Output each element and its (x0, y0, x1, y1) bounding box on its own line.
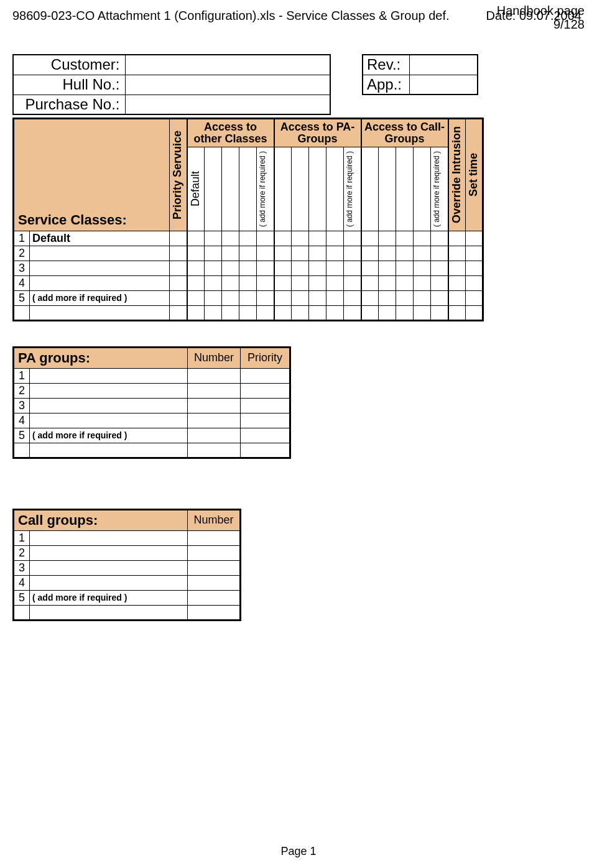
pa-groups-table: PA groups: Number Priority 1 2 3 4 5( ad… (12, 346, 585, 459)
table-row: 4 (14, 275, 483, 290)
rev-value[interactable] (409, 55, 478, 75)
call-groups-table: Call groups: Number 1 2 3 4 5( add more … (12, 509, 585, 621)
table-row: 4 (14, 413, 290, 428)
file-name: 98609-023-CO Attachment 1 (Configuration… (12, 9, 450, 23)
handbook-badge: Handbook page 9/128 (497, 4, 585, 31)
col-override-intrusion: Override Intrusion (449, 122, 465, 227)
table-row: 5 ( add more if required ) (14, 290, 483, 305)
page-footer: Page 1 (0, 845, 597, 858)
rev-box: Rev.: App.: (362, 54, 478, 95)
customer-value[interactable] (125, 55, 330, 75)
table-row: 3 (14, 398, 290, 413)
col-access-pa: Access to PA-Groups (274, 119, 361, 147)
table-row: 5( add more if required ) (14, 428, 290, 443)
table-row: 2 (14, 545, 241, 560)
table-row: 5( add more if required ) (14, 590, 241, 605)
rev-label: Rev.: (363, 55, 409, 75)
sub-addmore-2: ( add more if required ) (344, 147, 355, 231)
sub-addmore-3: ( add more if required ) (431, 147, 442, 231)
table-row (14, 605, 241, 620)
table-row (14, 305, 483, 320)
app-value[interactable] (409, 75, 478, 95)
col-priority-service: Priority Servuice (170, 127, 185, 223)
service-classes-table: Service Classes: Priority Servuice Acces… (12, 118, 585, 321)
table-row: 4 (14, 575, 241, 590)
table-row: 3 (14, 261, 483, 275)
table-row (14, 443, 290, 458)
table-row: 1 (14, 368, 290, 383)
purchase-value[interactable] (125, 95, 330, 114)
handbook-pageof: 9/128 (497, 17, 585, 31)
col-access-classes: Access to other Classes (187, 119, 274, 147)
purchase-label: Purchase No.: (13, 95, 125, 114)
app-label: App.: (363, 75, 409, 95)
call-groups-title: Call groups: (14, 509, 188, 530)
pa-col-number: Number (188, 347, 241, 368)
table-row: 2 (14, 383, 290, 398)
table-row: 3 (14, 560, 241, 575)
col-set-time: Set time (466, 149, 481, 200)
hull-value[interactable] (125, 75, 330, 95)
handbook-label: Handbook page (497, 4, 585, 17)
customer-label: Customer: (13, 55, 125, 75)
hull-label: Hull No.: (13, 75, 125, 95)
pa-col-priority: Priority (241, 347, 290, 368)
service-classes-title: Service Classes: (14, 119, 170, 231)
call-col-number: Number (188, 509, 241, 530)
table-row: 1 Default (14, 231, 483, 246)
sub-default: Default (188, 167, 203, 210)
col-access-call: Access to Call-Groups (361, 119, 448, 147)
customer-box: Customer: Hull No.: Purchase No.: (12, 54, 331, 115)
table-row: 1 (14, 530, 241, 545)
sub-addmore-1: ( add more if required ) (257, 147, 268, 231)
pa-groups-title: PA groups: (14, 347, 188, 368)
table-row: 2 (14, 246, 483, 261)
